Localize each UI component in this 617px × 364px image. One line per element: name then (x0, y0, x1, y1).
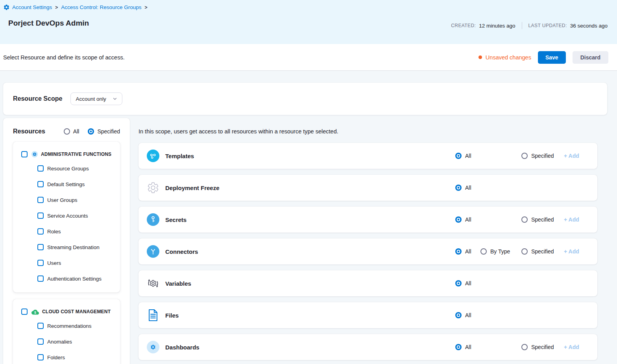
row-secrets-option-specified[interactable]: Specified (521, 216, 554, 223)
sidebar-item-label: Folders (47, 355, 65, 360)
breadcrumb-links: Account Settings>Access Control: Resourc… (12, 4, 148, 10)
checkbox-resource-groups[interactable] (37, 165, 44, 172)
option-label: Specified (531, 216, 554, 223)
checkbox-user-groups[interactable] (37, 197, 44, 203)
resource-type-rows: TemplatesAllSpecified+ AddDeployment Fre… (139, 143, 597, 360)
sidebar-item-user-groups[interactable]: User Groups (13, 192, 120, 208)
radio-icon[interactable] (480, 248, 487, 255)
group-checkbox-cloud-cost-management[interactable] (21, 309, 28, 315)
row-dashboards-option-all[interactable]: All (455, 344, 471, 350)
checkbox-recommendations[interactable] (37, 323, 44, 329)
sidebar-item-label: Streaming Destination (47, 244, 100, 250)
radio-icon[interactable] (455, 216, 462, 223)
option-label: All (465, 248, 471, 255)
sidebar-item-label: Roles (47, 229, 61, 235)
save-button[interactable]: Save (538, 51, 566, 64)
unsaved-changes-label: Unsaved changes (486, 54, 531, 61)
sidebar-item-recommendations[interactable]: Recommendations (13, 318, 120, 334)
row-files-option-all[interactable]: All (455, 312, 471, 318)
sidebar-item-resource-groups[interactable]: Resource Groups (13, 161, 120, 176)
row-dashboards-option-specified[interactable]: Specified (521, 344, 554, 350)
radio-icon[interactable] (521, 248, 528, 255)
checkbox-default-settings[interactable] (37, 181, 44, 187)
toolbar-description: Select Resource and define its scope of … (3, 54, 125, 61)
resource-row-variables: VariablesAll (139, 270, 597, 296)
radio-icon[interactable] (455, 185, 462, 191)
sidebar-item-anomalies[interactable]: Anomalies (13, 334, 120, 349)
group-label-cloud-cost-management: CLOUD COST MANAGEMENT (42, 309, 111, 314)
page-title: Porject DevOps Admin (8, 19, 89, 28)
sidebar-item-folders[interactable]: Folders (13, 349, 120, 364)
breadcrumb-link-access-control-resource-groups[interactable]: Access Control: Resource Groups (61, 4, 141, 10)
resources-title: Resources (13, 128, 55, 135)
resources-radio-all-label: All (73, 128, 79, 135)
breadcrumb-separator-icon: > (144, 5, 147, 10)
option-label: All (465, 344, 471, 350)
checkbox-anomalies[interactable] (37, 338, 44, 345)
radio-icon[interactable] (521, 216, 528, 223)
resources-radio-all[interactable]: All (64, 128, 79, 135)
sidebar-item-streaming-destination[interactable]: Streaming Destination (13, 239, 120, 255)
discard-button[interactable]: Discard (573, 51, 608, 64)
resource-scope-selected-value: Account only (76, 96, 106, 102)
radio-icon[interactable] (455, 344, 462, 350)
radio-icon[interactable] (455, 153, 462, 159)
row-templates-add-button[interactable]: + Add (564, 153, 579, 159)
row-secrets-add-button[interactable]: + Add (564, 216, 579, 223)
checkbox-streaming-destination[interactable] (37, 244, 44, 250)
checkbox-users[interactable] (37, 260, 44, 266)
row-deployment-freeze-option-all[interactable]: All (455, 185, 471, 191)
checkbox-folders[interactable] (37, 354, 44, 360)
resources-radio-specified-label: Specified (97, 128, 120, 135)
checkbox-service-accounts[interactable] (37, 212, 44, 219)
created-label: CREATED: (451, 23, 476, 28)
resource-types-main: In this scope, users get access to all r… (139, 128, 597, 360)
cloud-cost-icon: $ (31, 309, 39, 315)
resource-scope-dropdown[interactable]: Account only (70, 92, 122, 105)
page-header: Account Settings>Access Control: Resourc… (0, 0, 617, 44)
row-connectors-add-button[interactable]: + Add (564, 248, 579, 255)
row-connectors-option-all[interactable]: All (455, 248, 471, 255)
row-variables-option-all[interactable]: All (455, 280, 471, 286)
radio-icon[interactable] (521, 344, 528, 350)
row-dashboards-add-button[interactable]: + Add (564, 344, 579, 350)
connectors-icon (147, 245, 159, 258)
radio-icon[interactable] (455, 312, 462, 318)
resource-groups-list: ADMINISTRATIVE FUNCTIONSResource GroupsD… (3, 142, 130, 364)
scope-info-text: In this scope, users get access to all r… (139, 128, 597, 135)
row-connectors-option-by-type[interactable]: By Type (480, 248, 510, 255)
checkbox-roles[interactable] (37, 228, 44, 235)
radio-icon[interactable] (521, 153, 528, 159)
radio-icon[interactable] (64, 128, 70, 135)
breadcrumb-link-account-settings[interactable]: Account Settings (12, 4, 52, 10)
sidebar-item-authentication-settings[interactable]: Authentication Settings (13, 271, 120, 286)
last-updated-label: LAST UPDATED: (528, 23, 567, 28)
sidebar-item-label: Service Accounts (47, 213, 88, 219)
radio-icon[interactable] (88, 128, 94, 135)
row-secrets-option-all[interactable]: All (455, 216, 471, 223)
option-label: By Type (490, 248, 510, 255)
svg-text:$: $ (34, 310, 36, 314)
radio-icon[interactable] (455, 280, 462, 286)
dashboards-icon (147, 341, 159, 353)
sidebar-item-roles[interactable]: Roles (13, 224, 120, 239)
resource-group-card-cloud-cost-management: $CLOUD COST MANAGEMENTRecommendationsAno… (13, 299, 120, 364)
sidebar-item-users[interactable]: Users (13, 255, 120, 271)
resource-row-label: Templates (165, 153, 194, 159)
group-checkbox-administrative-functions[interactable] (21, 151, 28, 157)
resource-row-dashboards: DashboardsAllSpecified+ Add (139, 334, 597, 360)
checkbox-authentication-settings[interactable] (37, 275, 44, 282)
action-toolbar: Select Resource and define its scope of … (0, 44, 617, 71)
settings-gear-icon (3, 4, 10, 11)
sidebar-item-default-settings[interactable]: Default Settings (13, 176, 120, 192)
resources-radio-specified[interactable]: Specified (88, 128, 120, 135)
resource-row-connectors: ConnectorsAllBy TypeSpecified+ Add (139, 238, 597, 264)
resource-group-details-page: Account Settings>Access Control: Resourc… (0, 0, 617, 364)
radio-icon[interactable] (455, 248, 462, 255)
sidebar-item-service-accounts[interactable]: Service Accounts (13, 208, 120, 224)
option-label: All (465, 216, 471, 223)
row-connectors-option-specified[interactable]: Specified (521, 248, 554, 255)
row-templates-option-specified[interactable]: Specified (521, 153, 554, 159)
row-templates-option-all[interactable]: All (455, 153, 471, 159)
option-label: Specified (531, 344, 554, 350)
